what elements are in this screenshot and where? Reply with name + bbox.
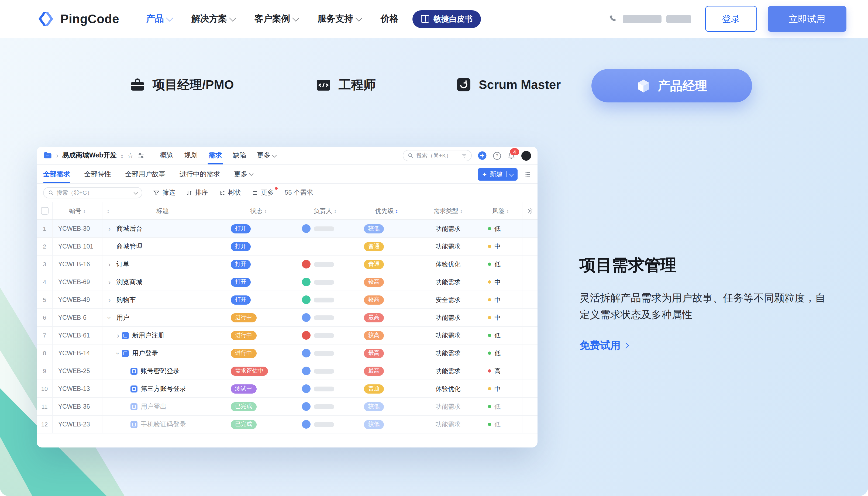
priority-badge[interactable]: 较低 xyxy=(364,224,384,233)
role-tab-1[interactable]: 项目经理/PMO xyxy=(129,77,234,93)
issue-title[interactable]: 用户登录 xyxy=(132,348,158,358)
assignee-avatar[interactable] xyxy=(302,278,311,286)
list-search-input[interactable]: 搜索（⌘+G） xyxy=(43,187,142,198)
column-header-id[interactable]: 编号↕ xyxy=(53,202,103,219)
priority-badge[interactable]: 最高 xyxy=(364,366,384,375)
status-badge[interactable]: 已完成 xyxy=(231,420,257,429)
expand-icon[interactable]: › xyxy=(106,224,113,233)
assignee-avatar[interactable] xyxy=(302,367,311,375)
issue-title[interactable]: 用户 xyxy=(117,313,129,322)
status-badge[interactable]: 进行中 xyxy=(231,348,257,358)
view-subtab-3[interactable]: 全部用户故事 xyxy=(125,165,166,183)
status-badge[interactable]: 打开 xyxy=(231,260,251,269)
filter-button[interactable]: 筛选 xyxy=(153,188,175,197)
user-avatar[interactable] xyxy=(521,151,531,160)
nav-item-4[interactable]: 服务支持 xyxy=(317,13,361,25)
issue-id[interactable]: YCWEB-49 xyxy=(53,291,103,308)
app-tab-3[interactable]: 需求 xyxy=(203,146,227,165)
issue-title[interactable]: 账号密码登录 xyxy=(141,366,180,375)
assignee-avatar[interactable] xyxy=(302,295,311,304)
priority-badge[interactable]: 较低 xyxy=(364,402,384,411)
star-icon[interactable]: ☆ xyxy=(127,152,134,159)
app-tab-5[interactable]: 更多 xyxy=(251,146,281,165)
notifications-button[interactable]: 4 xyxy=(507,152,515,159)
column-header-assignee[interactable]: 负责人↕ xyxy=(294,202,356,219)
breadcrumb-project-name[interactable]: 易成商城Web开发 xyxy=(62,151,117,160)
table-row[interactable]: 12YCWEB-23手机验证码登录已完成较低功能需求低 xyxy=(37,416,538,433)
column-header-risk[interactable]: 风险↕ xyxy=(479,202,523,219)
role-tab-4[interactable]: 产品经理 xyxy=(591,69,752,103)
sort-button[interactable]: 排序 xyxy=(186,188,208,197)
assignee-avatar[interactable] xyxy=(302,313,311,322)
assignee-avatar[interactable] xyxy=(302,349,311,357)
help-icon[interactable]: ? xyxy=(493,151,501,160)
priority-badge[interactable]: 普通 xyxy=(364,260,384,269)
expand-icon[interactable]: › xyxy=(106,296,113,304)
issue-id[interactable]: YCWEB-25 xyxy=(53,362,103,379)
priority-badge[interactable]: 较高 xyxy=(364,295,384,304)
role-tab-2[interactable]: 工程师 xyxy=(315,77,376,93)
issue-title[interactable]: 商城后台 xyxy=(117,224,142,233)
issue-id[interactable]: YCWEB-13 xyxy=(53,380,103,397)
role-tab-3[interactable]: Scrum Master xyxy=(455,77,561,93)
view-subtab-5[interactable]: 更多 xyxy=(234,165,253,183)
status-badge[interactable]: 打开 xyxy=(231,224,251,233)
collapse-icon[interactable]: › xyxy=(114,350,122,357)
table-row[interactable]: 6YCWEB-6›用户进行中最高功能需求中 xyxy=(37,309,538,327)
select-all-checkbox[interactable] xyxy=(41,207,48,215)
table-row[interactable]: 8YCWEB-14›用户登录进行中最高功能需求低 xyxy=(37,344,538,362)
more-options-button[interactable]: 更多 xyxy=(252,188,274,197)
brand-logo[interactable]: PingCode xyxy=(37,11,119,27)
column-header-type[interactable]: 需求类型↕ xyxy=(417,202,479,219)
view-subtab-4[interactable]: 进行中的需求 xyxy=(180,165,220,183)
column-header-title[interactable]: ↕标题 xyxy=(103,202,223,219)
assignee-avatar[interactable] xyxy=(302,420,311,429)
assignee-avatar[interactable] xyxy=(302,224,311,233)
status-badge[interactable]: 进行中 xyxy=(231,331,257,340)
issue-title[interactable]: 商城管理 xyxy=(117,242,142,251)
app-tab-2[interactable]: 规划 xyxy=(179,146,203,165)
new-issue-button[interactable]: + 新建 xyxy=(478,168,517,180)
table-row[interactable]: 3YCWEB-16›订单打开普通体验优化低 xyxy=(37,255,538,273)
issue-id[interactable]: YCWEB-16 xyxy=(53,255,103,273)
table-row[interactable]: 11YCWEB-36用户登出已完成较低功能需求低 xyxy=(37,398,538,416)
status-badge[interactable]: 已完成 xyxy=(231,402,257,411)
column-header-status[interactable]: 状态↕ xyxy=(223,202,294,219)
assignee-avatar[interactable] xyxy=(302,331,311,340)
status-badge[interactable]: 测试中 xyxy=(231,384,257,393)
nav-item-5[interactable]: 价格 xyxy=(381,13,399,25)
global-search-input[interactable]: 搜索（⌘+K） xyxy=(403,150,472,161)
status-badge[interactable]: 需求评估中 xyxy=(231,366,268,375)
expand-icon[interactable]: › xyxy=(106,260,113,268)
status-badge[interactable]: 进行中 xyxy=(231,313,257,322)
issue-id[interactable]: YCWEB-69 xyxy=(53,273,103,291)
column-header-priority[interactable]: 优先级↕ xyxy=(356,202,417,219)
status-badge[interactable]: 打开 xyxy=(231,295,251,304)
project-folder-icon[interactable] xyxy=(43,151,52,160)
table-row[interactable]: 7YCWEB-61›新用户注册进行中较高功能需求低 xyxy=(37,327,538,344)
search-filter-icon[interactable] xyxy=(462,153,467,158)
table-row[interactable]: 9YCWEB-25账号密码登录需求评估中最高功能需求高 xyxy=(37,362,538,380)
sliders-icon[interactable] xyxy=(137,152,144,159)
issue-id[interactable]: YCWEB-14 xyxy=(53,344,103,362)
assignee-avatar[interactable] xyxy=(302,260,311,268)
tree-view-button[interactable]: 树状 xyxy=(219,188,241,197)
priority-badge[interactable]: 最高 xyxy=(364,348,384,358)
issue-title[interactable]: 购物车 xyxy=(117,295,136,304)
add-button[interactable] xyxy=(478,151,487,160)
nav-item-3[interactable]: 客户案例 xyxy=(254,13,298,25)
view-subtab-1[interactable]: 全部需求 xyxy=(43,165,70,183)
issue-id[interactable]: YCWEB-23 xyxy=(53,416,103,433)
expand-icon[interactable]: › xyxy=(114,331,122,339)
issue-title[interactable]: 用户登出 xyxy=(141,402,167,411)
priority-badge[interactable]: 较高 xyxy=(364,331,384,340)
login-button[interactable]: 登录 xyxy=(705,6,757,32)
issue-title[interactable]: 第三方账号登录 xyxy=(141,384,186,393)
issue-id[interactable]: YCWEB-30 xyxy=(53,220,103,237)
expand-icon[interactable]: › xyxy=(106,278,113,286)
free-trial-button[interactable]: 立即试用 xyxy=(768,6,847,32)
issue-id[interactable]: YCWEB-61 xyxy=(53,327,103,344)
table-row[interactable]: 10YCWEB-13第三方账号登录测试中普通体验优化中 xyxy=(37,380,538,398)
status-badge[interactable]: 打开 xyxy=(231,277,251,286)
issue-title[interactable]: 新用户注册 xyxy=(132,331,165,340)
